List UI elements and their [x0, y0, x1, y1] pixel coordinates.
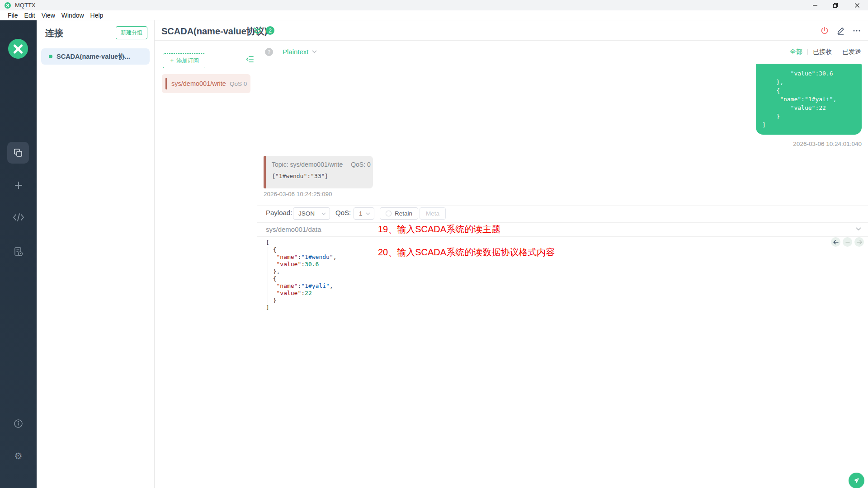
add-subscription-button[interactable]: ＋ 添加订阅 — [163, 53, 205, 68]
settings-gear-icon: ⚙ — [14, 450, 23, 461]
payload-editor-code: [ { "name":"1#wendu", "value":30.6 }, { … — [266, 239, 337, 311]
received-message-meta: Topic: sys/demo001/writeQoS: 0 — [272, 161, 371, 168]
message-filter-tabs: 全部 已接收 已发送 — [790, 48, 861, 56]
sidebar-item-log[interactable] — [0, 246, 37, 257]
payload-type-value: JSON — [298, 210, 315, 217]
connection-name: SCADA(name-value协... — [57, 52, 130, 61]
app-sidebar: ⚙ — [0, 20, 37, 488]
payload-editor[interactable]: [ { "name":"1#wendu", "value":30.6 }, { … — [266, 239, 337, 311]
message-toolbar: ? Plaintext 全部 已接收 已发送 — [257, 41, 868, 63]
help-circle-icon: ? — [265, 48, 273, 56]
menu-bar: File Edit View Window Help — [0, 10, 868, 20]
sidebar-item-connections[interactable] — [7, 142, 29, 164]
subscription-qos: QoS 0 — [230, 80, 247, 87]
payload-label: Payload: — [266, 209, 292, 216]
received-message-color-bar — [264, 156, 266, 188]
window-title: MQTTX — [15, 2, 36, 9]
subscription-color-bar — [165, 78, 167, 89]
retain-label: Retain — [395, 210, 412, 217]
connection-list-item[interactable]: SCADA(name-value协... — [41, 48, 150, 65]
arrow-right-icon — [857, 240, 862, 244]
collapse-publish-chevron[interactable] — [856, 227, 861, 230]
menu-help[interactable]: Help — [87, 12, 107, 19]
chevron-down-icon — [856, 227, 861, 230]
topic-input[interactable]: sys/demo001/data — [266, 225, 321, 233]
connections-title: 连接 — [45, 27, 63, 39]
message-count-badge: 2 — [266, 26, 274, 35]
tab-all[interactable]: 全部 — [790, 48, 802, 56]
mqttx-logo-icon — [8, 39, 28, 59]
more-options-button[interactable] — [853, 26, 861, 35]
payload-format-label: Plaintext — [283, 48, 309, 56]
received-qos: QoS: 0 — [351, 161, 371, 168]
editor-indent-guide — [268, 247, 268, 304]
menu-file[interactable]: File — [5, 12, 21, 19]
sent-message-bubble: "value":30.6 }, { "name":"1#yali", "valu… — [756, 64, 862, 135]
restore-button[interactable] — [828, 0, 843, 10]
close-button[interactable] — [849, 0, 865, 10]
paper-plane-icon — [853, 477, 860, 484]
send-button[interactable] — [849, 473, 864, 488]
chevron-down-icon — [321, 212, 326, 215]
collapse-subscriptions-button[interactable] — [246, 56, 254, 63]
chevron-down-icon — [366, 212, 370, 215]
menu-window[interactable]: Window — [58, 12, 87, 19]
undo-button[interactable] — [831, 237, 840, 247]
connections-icon — [13, 147, 24, 158]
connection-header: SCADA(name-value协议) 2 — [155, 20, 868, 41]
connection-status-dot — [49, 55, 52, 58]
sidebar-item-script[interactable] — [0, 212, 37, 223]
qos-label: QoS: — [335, 209, 351, 216]
clear-button[interactable] — [843, 237, 852, 247]
disconnect-button[interactable] — [820, 26, 829, 35]
app-logo-icon — [5, 2, 11, 9]
qos-value: 1 — [359, 210, 363, 217]
new-connection-button[interactable] — [0, 180, 37, 191]
payload-type-select[interactable]: JSON — [293, 207, 330, 220]
retain-radio-icon — [386, 211, 392, 216]
minimize-button[interactable] — [807, 0, 823, 10]
qos-select[interactable]: 1 — [354, 207, 374, 220]
log-icon — [13, 246, 24, 257]
editor-history-nav — [831, 237, 864, 247]
tab-divider — [837, 49, 837, 55]
annotation-step-20: 20、输入SCADA系统的读数据协议格式内容 — [378, 246, 555, 258]
payload-format-dropdown[interactable]: Plaintext — [283, 48, 317, 56]
meta-button[interactable]: Meta — [420, 207, 446, 220]
power-icon — [820, 26, 829, 35]
tab-divider — [807, 49, 808, 55]
more-dots-icon — [853, 26, 861, 35]
sent-message-timestamp: 2026-03-06 10:24:01:040 — [793, 141, 862, 147]
menu-view[interactable]: View — [38, 12, 58, 19]
redo-button[interactable] — [854, 237, 864, 247]
sidebar-item-settings[interactable]: ⚙ — [0, 450, 37, 461]
minus-icon — [845, 241, 850, 243]
arrow-left-icon — [833, 240, 839, 244]
received-message-timestamp: 2026-03-06 10:24:25:090 — [264, 191, 332, 197]
collapse-panel-icon — [246, 56, 254, 63]
plus-icon — [13, 180, 24, 191]
tab-sent[interactable]: 已发送 — [842, 48, 861, 56]
chevron-down-icon — [312, 50, 317, 53]
page-title: SCADA(name-value协议) — [161, 25, 267, 38]
sidebar-item-about[interactable] — [0, 419, 37, 428]
subscription-topic: sys/demo001/write — [171, 80, 226, 87]
double-chevron-down-icon — [253, 27, 262, 35]
code-icon — [12, 212, 25, 223]
received-topic: Topic: sys/demo001/write — [272, 161, 343, 168]
collapse-connection-chevron[interactable] — [253, 27, 262, 35]
info-icon — [14, 419, 23, 428]
menu-edit[interactable]: Edit — [21, 12, 38, 19]
divider — [257, 236, 868, 237]
tab-received[interactable]: 已接收 — [813, 48, 832, 56]
subscription-item[interactable]: sys/demo001/write QoS 0 — [162, 74, 250, 93]
title-bar: MQTTX — [0, 0, 868, 10]
connections-panel: 连接 新建分组 SCADA(name-value协... — [37, 20, 155, 488]
divider — [257, 222, 868, 223]
subscriptions-panel: ＋ 添加订阅 sys/demo001/write QoS 0 — [155, 41, 257, 488]
edit-connection-button[interactable] — [836, 26, 845, 35]
retain-toggle[interactable]: Retain — [380, 207, 418, 220]
received-message-bubble: Topic: sys/demo001/writeQoS: 0 {"1#wendu… — [264, 156, 373, 188]
new-group-button[interactable]: 新建分组 — [116, 26, 147, 39]
edit-pencil-icon — [836, 26, 845, 35]
